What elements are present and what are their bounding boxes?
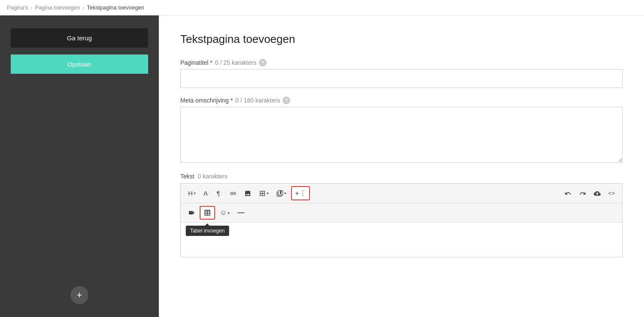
emoji-button[interactable]: ☺ ▾ [217,207,233,219]
meta-char-count: 0 / 160 karakters [235,97,280,104]
main-content: Tekstpagina toevoegen Paginatitel * 0 / … [159,15,644,317]
table-grid-arrow: ▾ [267,191,269,196]
sidebar: Ga terug Opslaan + [0,15,159,317]
breadcrumb-link-toevoegen[interactable]: Pagina toevoegen [35,4,80,11]
meta-label: Meta omschrijving * 0 / 160 karakters ? [180,97,623,104]
link-icon [230,190,237,197]
undo-button[interactable] [562,188,574,199]
save-button[interactable]: Opslaan [11,54,148,74]
table-grid-icon [259,190,266,197]
emoji-arrow: ▾ [228,211,230,215]
paragraph-button[interactable]: ¶ : [213,187,225,199]
video-icon [188,209,195,216]
image-icon [244,190,251,197]
paragraph-label: ¶ [216,190,220,197]
video-button[interactable] [185,207,198,218]
meta-help-icon[interactable]: ? [283,97,290,104]
breadcrumb: Pagina's › Pagina toevoegen › Tekstpagin… [0,0,644,15]
emoji-icon: ☺ [220,209,227,217]
heading-label: H [188,190,193,197]
meta-label-text: Meta omschrijving * [180,97,233,104]
paginatitel-help-icon[interactable]: ? [259,59,267,66]
back-button[interactable]: Ga terug [11,28,148,48]
paragraph-arrow: : [221,191,222,196]
columns-button[interactable]: ▾ [273,188,289,199]
tekst-char-count: 0 karakters [197,173,227,180]
insert-table-container: Tabel invoegen [200,206,215,220]
hr-icon: — [237,209,244,217]
editor-toolbar-row2: Tabel invoegen ☺ ▾ — [181,203,622,223]
add-more-label: +⋮ [295,189,306,197]
code-label: <> [608,190,615,196]
page-title: Tekstpagina toevoegen [180,33,623,46]
columns-icon [276,190,283,197]
breadcrumb-link-paginas[interactable]: Pagina's [7,4,28,11]
redo-icon [579,190,586,197]
redo-button[interactable] [576,188,589,199]
add-float-button[interactable]: + [70,286,88,304]
add-more-button[interactable]: +⋮ [291,186,310,200]
columns-arrow: ▾ [284,191,286,196]
editor-toolbar-row1: H ▾ A: ¶ : [181,184,622,203]
editor-wrapper: H ▾ A: ¶ : [180,183,623,257]
heading-arrow: ▾ [194,191,196,196]
breadcrumb-sep-1: › [30,5,32,11]
tekst-label-text: Tekst [180,173,194,180]
font-size-button[interactable]: A: [200,187,212,199]
insert-table-button[interactable] [200,206,215,220]
insert-table-icon [204,209,211,217]
meta-textarea[interactable] [180,107,623,163]
tekst-label: Tekst 0 karakters [180,173,623,180]
editor-body[interactable] [181,223,622,257]
paginatitel-input[interactable] [180,69,623,88]
paginatitel-char-count: 0 / 25 karakters [215,59,257,66]
hr-button[interactable]: — [234,207,247,219]
table-grid-button[interactable]: ▾ [256,188,272,199]
table-tooltip: Tabel invoegen [186,226,229,236]
upload-icon [594,190,601,197]
font-size-label: A: [204,190,209,197]
upload-button[interactable] [591,188,604,199]
paginatitel-label-text: Paginatitel * [180,59,213,66]
code-button[interactable]: <> [605,188,618,199]
paginatitel-label: Paginatitel * 0 / 25 karakters ? [180,59,623,66]
undo-icon [565,190,571,197]
breadcrumb-sep-2: › [82,5,84,11]
link-button[interactable] [227,188,240,199]
image-button[interactable] [241,188,254,199]
heading-button[interactable]: H ▾ [185,187,199,199]
breadcrumb-current: Tekstpagina toevoegen [87,4,144,11]
